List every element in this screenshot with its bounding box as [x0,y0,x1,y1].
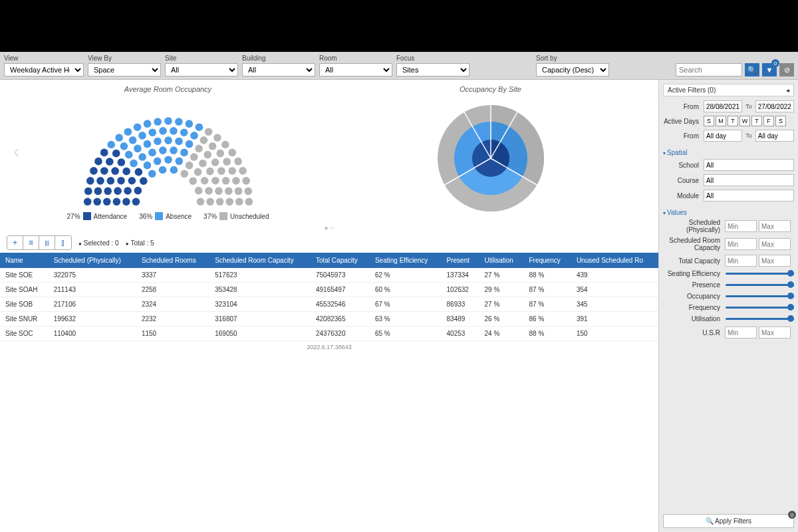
column-header[interactable]: Frequency [524,253,571,268]
total-count: Total : 5 [126,239,154,247]
svg-point-103 [235,198,243,205]
svg-point-33 [148,170,156,178]
viewby-select[interactable]: Space [88,63,161,76]
svg-point-45 [148,128,156,136]
table-row[interactable]: Site SOC11040011501690502437632065 %4025… [0,327,658,341]
usr-min[interactable] [725,327,757,338]
values-section[interactable]: Values [663,209,794,216]
svg-point-51 [164,156,172,164]
svg-point-50 [159,127,167,135]
svg-point-7 [94,188,102,196]
module-input[interactable] [704,190,794,201]
day-toggle[interactable]: T [751,116,762,126]
table-row[interactable]: Site SNUR19963222323168074208236563 %834… [0,312,658,327]
course-input[interactable] [704,174,794,186]
search-input[interactable] [676,63,742,76]
day-toggle[interactable]: S [775,116,786,126]
column-header[interactable]: Scheduled Rooms [136,253,209,268]
school-input[interactable] [704,159,794,171]
sortby-select[interactable]: Capacity (Desc) [536,63,609,76]
sched-phys-min[interactable] [725,220,757,232]
svg-point-4 [93,198,101,205]
column-header[interactable]: Scheduled (Physically) [49,253,136,268]
svg-point-62 [180,149,188,157]
column-header[interactable]: Present [442,253,479,268]
total-cap-max[interactable] [759,255,791,267]
seating-eff-slider[interactable] [726,273,794,275]
day-toggle[interactable]: T [728,116,738,126]
sched-cap-max[interactable] [759,238,791,250]
apply-filters-button[interactable]: 🔍 Apply Filters 0 [663,514,794,528]
day-toggle[interactable]: S [704,116,714,126]
sched-phys-max[interactable] [759,220,791,232]
date-from-input[interactable] [704,100,742,112]
svg-point-61 [185,120,193,128]
svg-point-0 [132,198,140,205]
time-from-input[interactable] [704,130,742,142]
time-to-input[interactable] [755,130,794,142]
chart-view-button[interactable]: ⫿ [55,236,71,249]
day-toggle[interactable]: F [763,116,774,126]
table-row[interactable]: Site SOE32207533375176237504597362 %1373… [0,268,658,283]
list-view-button[interactable]: ≡ [23,236,39,249]
frequency-slider[interactable] [726,307,794,309]
site-select[interactable]: All [165,63,238,76]
usr-max[interactable] [759,327,791,338]
svg-point-31 [120,142,128,150]
svg-point-95 [215,187,223,195]
table-row[interactable]: Site SOAH21114322583534284916549760 %102… [0,283,658,297]
svg-point-78 [216,150,224,158]
svg-point-98 [244,188,252,196]
site-label: Site [165,55,238,62]
utilisation-slider[interactable] [726,318,794,320]
active-filters-header[interactable]: Active Filters (0) ◂ [663,84,794,96]
building-select[interactable]: All [242,63,315,76]
svg-point-5 [83,198,91,205]
svg-point-40 [138,132,146,140]
column-header[interactable]: Utilisation [479,253,524,268]
date-to-input[interactable] [755,100,794,112]
presence-slider[interactable] [726,284,794,286]
svg-point-71 [204,128,212,136]
svg-point-58 [175,138,183,146]
svg-point-102 [225,198,233,205]
view-label: View [4,55,84,62]
svg-point-67 [185,162,193,170]
svg-point-32 [115,134,123,142]
occupancy-slider[interactable] [726,295,794,297]
reset-button[interactable]: ⊘ [779,63,794,76]
room-select[interactable]: All [319,63,392,76]
chart-pager[interactable]: ● ○ [0,224,658,231]
focus-select[interactable]: Sites [396,63,469,76]
apply-badge: 0 [788,511,796,519]
column-header[interactable]: Name [0,253,49,268]
sched-cap-min[interactable] [725,238,757,250]
legend-item: 36%Absence [139,212,192,220]
svg-point-22 [122,168,130,176]
column-header[interactable]: Unused Scheduled Ro [571,253,658,268]
spatial-section[interactable]: Spatial [663,149,794,156]
table-row[interactable]: Site SOB21710623243231044553254667 %8693… [0,297,658,312]
svg-point-74 [203,151,211,159]
column-header[interactable]: Scheduled Room Capacity [209,253,311,268]
column-header[interactable]: Total Capacity [311,253,370,268]
day-toggle[interactable]: M [716,116,726,126]
svg-point-83 [223,158,231,166]
svg-point-52 [164,136,172,144]
charts-area: ‹ Average Room Occupancy 27%Attendance36… [0,80,658,223]
total-cap-min[interactable] [725,255,757,267]
search-icon: 🔍 [747,66,757,74]
column-header[interactable]: Seating Efficiency [370,253,442,268]
day-toggle[interactable]: W [739,116,750,126]
filter-button[interactable]: ▼ 0 [762,63,777,76]
svg-point-43 [153,158,161,166]
column-view-button[interactable]: ⫼ [39,236,55,249]
search-button[interactable]: 🔍 [745,63,759,76]
svg-point-36 [134,145,142,153]
data-table: NameScheduled (Physically)Scheduled Room… [0,253,658,341]
view-select[interactable]: Weekday Active Hours [4,63,84,76]
svg-point-75 [199,160,207,168]
svg-point-18 [128,177,136,185]
chart-prev-icon[interactable]: ‹ [13,141,19,162]
add-button[interactable]: + [7,236,23,249]
